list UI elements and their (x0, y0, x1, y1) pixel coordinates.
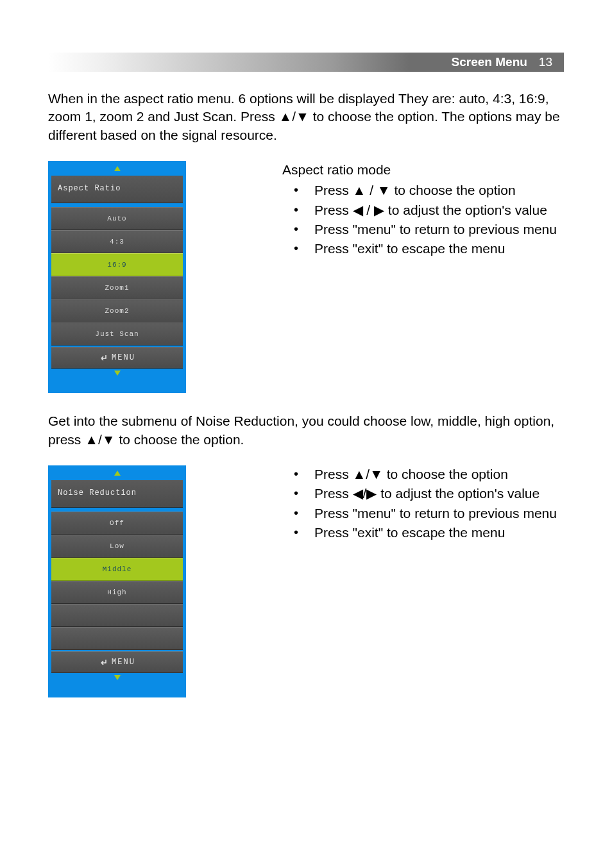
aspect-ratio-instructions: Aspect ratio mode Press ▲ / ▼ to choose … (186, 161, 564, 260)
osd-menu-button[interactable]: MENU (51, 347, 183, 369)
osd-option-auto[interactable]: Auto (51, 207, 183, 230)
svg-marker-3 (114, 675, 121, 680)
noise-reduction-instructions: Press ▲/▼ to choose the option Press ◀/▶… (186, 465, 564, 543)
osd-down-arrow-icon (51, 673, 183, 685)
instruction-item: Press "menu" to return to previous menu (289, 221, 564, 238)
osd-option-empty: . (51, 627, 183, 650)
instruction-item: Press "menu" to return to previous menu (289, 505, 564, 522)
instruction-item: Press ◀ / ▶ to adjust the option's value (289, 201, 564, 219)
osd-menu-label: MENU (112, 353, 135, 363)
header-page-number: 13 (539, 55, 552, 69)
section-aspect-ratio: Aspect Ratio Auto 4:3 16:9 Zoom1 Zoom2 J… (48, 161, 564, 393)
instruction-item: Press ◀/▶ to adjust the option's value (289, 485, 564, 503)
instruction-list: Press ▲ / ▼ to choose the option Press ◀… (282, 181, 564, 258)
osd-option-4-3[interactable]: 4:3 (51, 230, 183, 253)
svg-marker-1 (114, 371, 121, 376)
intro-paragraph-2: Get into the submenu of Noise Reduction,… (48, 412, 564, 449)
osd-up-arrow-icon (51, 469, 183, 480)
header-title: Screen Menu (452, 55, 527, 69)
instruction-item: Press "exit" to escape the menu (289, 524, 564, 542)
osd-up-arrow-icon (51, 164, 183, 176)
osd-option-middle[interactable]: Middle (51, 558, 183, 581)
osd-option-zoom2[interactable]: Zoom2 (51, 299, 183, 322)
return-icon (99, 658, 108, 666)
osd-title: Noise Reduction (51, 480, 183, 508)
instruction-item: Press ▲/▼ to choose the option (289, 465, 564, 483)
instruction-item: Press "exit" to escape the menu (289, 240, 564, 258)
osd-down-arrow-icon (51, 369, 183, 380)
instruction-item: Press ▲ / ▼ to choose the option (289, 181, 564, 199)
intro-paragraph-1: When in the aspect ratio menu. 6 options… (48, 90, 564, 144)
osd-menu-label: MENU (112, 657, 135, 667)
osd-option-zoom1[interactable]: Zoom1 (51, 276, 183, 299)
osd-option-off[interactable]: Off (51, 512, 183, 535)
aspect-ratio-heading: Aspect ratio mode (282, 161, 564, 179)
osd-menu-button[interactable]: MENU (51, 651, 183, 673)
section-noise-reduction: Noise Reduction Off Low Middle High . . … (48, 465, 564, 697)
osd-aspect-ratio: Aspect Ratio Auto 4:3 16:9 Zoom1 Zoom2 J… (48, 161, 186, 393)
osd-option-empty: . (51, 604, 183, 627)
osd-option-list: Auto 4:3 16:9 Zoom1 Zoom2 Just Scan (51, 207, 183, 346)
osd-option-high[interactable]: High (51, 581, 183, 604)
instruction-list: Press ▲/▼ to choose the option Press ◀/▶… (282, 465, 564, 542)
page-content: When in the aspect ratio menu. 6 options… (48, 90, 564, 717)
return-icon (99, 354, 108, 362)
osd-noise-reduction: Noise Reduction Off Low Middle High . . … (48, 465, 186, 697)
osd-option-list: Off Low Middle High . . (51, 512, 183, 650)
osd-option-16-9[interactable]: 16:9 (51, 253, 183, 276)
osd-option-just-scan[interactable]: Just Scan (51, 322, 183, 346)
page-header: Screen Menu 13 (48, 53, 564, 72)
svg-marker-2 (114, 471, 121, 476)
osd-option-low[interactable]: Low (51, 535, 183, 558)
osd-title: Aspect Ratio (51, 176, 183, 203)
svg-marker-0 (114, 166, 121, 171)
